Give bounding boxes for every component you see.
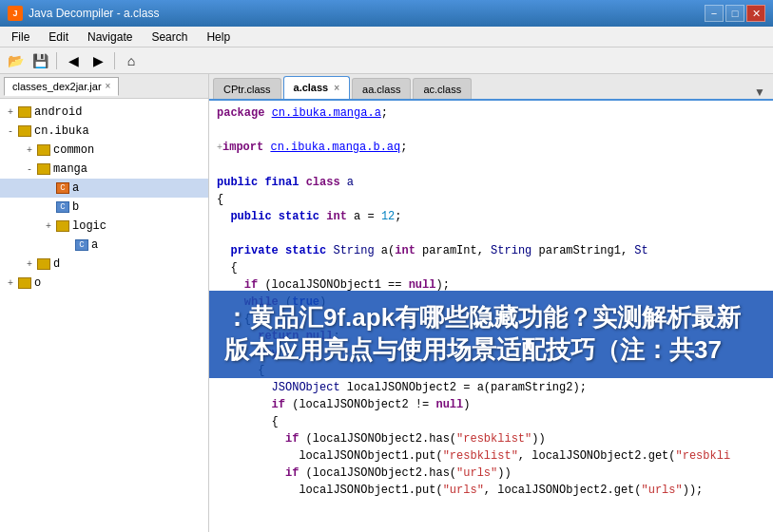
tree-label-d: d [53, 257, 60, 271]
toolbar: 📂 💾 ◀ ▶ ⌂ [0, 48, 773, 74]
expand-android[interactable]: + [4, 105, 17, 119]
code-area[interactable]: package cn.ibuka.manga.a; +import cn.ibu… [209, 101, 773, 532]
menu-bar: File Edit Navigate Search Help [0, 27, 773, 48]
main-container: classes_dex2jar.jar × + android - cn.ibu… [0, 74, 773, 532]
left-tab-bar: classes_dex2jar.jar × [0, 74, 208, 99]
tree-node-class-a[interactable]: C a [0, 179, 208, 198]
tab-a-close[interactable]: × [334, 83, 339, 93]
maximize-button[interactable]: □ [725, 5, 744, 22]
tree-node-cn[interactable]: - cn.ibuka [0, 122, 208, 141]
left-panel: classes_dex2jar.jar × + android - cn.ibu… [0, 74, 209, 532]
app-icon: J [8, 6, 23, 21]
pkg-icon-cn [17, 124, 32, 138]
open-button[interactable]: 📂 [4, 50, 27, 71]
toolbar-separator-2 [114, 52, 115, 69]
close-button[interactable]: ✕ [746, 5, 765, 22]
title-bar-controls: − □ ✕ [705, 5, 765, 22]
tree-node-d[interactable]: + d [0, 255, 208, 274]
save-button[interactable]: 💾 [29, 50, 51, 71]
pkg-icon-logic [55, 219, 70, 233]
tree-label-logic: logic [72, 219, 106, 233]
code-tabs: CPtr.class a.class × aa.class ac.class ▼ [209, 74, 773, 101]
tree-node-android[interactable]: + android [0, 103, 208, 122]
file-tree-tab-label: classes_dex2jar.jar [12, 81, 102, 92]
window-title: Java Decompiler - a.class [29, 7, 159, 20]
pkg-icon-android [17, 105, 32, 119]
forward-button[interactable]: ▶ [87, 50, 109, 71]
tree-label-logic-a: a [91, 238, 98, 252]
tree-node-common[interactable]: + common [0, 141, 208, 160]
tree-label-class-b: b [72, 200, 79, 214]
tree-node-manga[interactable]: - manga [0, 160, 208, 179]
title-bar-left: J Java Decompiler - a.class [8, 6, 159, 21]
pkg-icon-o [17, 276, 32, 290]
expand-logic-a [61, 238, 74, 252]
expand-manga[interactable]: - [23, 162, 36, 176]
pkg-icon-common [36, 143, 51, 157]
tab-ac[interactable]: ac.class [413, 78, 472, 99]
menu-edit[interactable]: Edit [41, 28, 76, 46]
overlay-text: ：黄品汇9f.apk有哪些隐藏功能？实测解析最新 版本应用亮点与使用场景适配技巧… [224, 302, 758, 367]
class-icon-a: C [55, 181, 70, 195]
expand-class-b [42, 200, 55, 214]
tab-ac-label: ac.class [423, 84, 461, 95]
back-button[interactable]: ◀ [62, 50, 85, 71]
tree-node-class-b[interactable]: C b [0, 198, 208, 217]
expand-o[interactable]: + [4, 276, 17, 290]
tab-aa[interactable]: aa.class [352, 78, 411, 99]
minimize-button[interactable]: − [705, 5, 724, 22]
title-bar: J Java Decompiler - a.class − □ ✕ [0, 0, 773, 27]
tree-label-common: common [53, 143, 94, 157]
expand-logic[interactable]: + [42, 219, 55, 233]
file-tree[interactable]: + android - cn.ibuka + common - manga [0, 99, 208, 532]
tree-label-cn: cn.ibuka [34, 124, 89, 138]
class-icon-b: C [55, 200, 70, 214]
expand-class-a [42, 181, 55, 195]
tab-aa-label: aa.class [362, 84, 400, 95]
tab-cptr[interactable]: CPtr.class [213, 78, 281, 99]
menu-help[interactable]: Help [199, 28, 238, 46]
expand-d[interactable]: + [23, 257, 36, 271]
tabs-scroll-right[interactable]: ▼ [750, 86, 769, 99]
file-tree-tab[interactable]: classes_dex2jar.jar × [4, 77, 119, 96]
expand-cn[interactable]: - [4, 124, 17, 138]
expand-common[interactable]: + [23, 143, 36, 157]
toolbar-separator [56, 52, 57, 69]
tab-a[interactable]: a.class × [283, 76, 351, 99]
tab-a-label: a.class [294, 82, 329, 93]
menu-search[interactable]: Search [144, 28, 195, 46]
tree-label-class-a: a [72, 181, 79, 195]
overlay-banner: ：黄品汇9f.apk有哪些隐藏功能？实测解析最新 版本应用亮点与使用场景适配技巧… [209, 291, 773, 378]
home-button[interactable]: ⌂ [120, 50, 143, 71]
pkg-icon-manga [36, 162, 51, 176]
tree-node-logic-a[interactable]: C a [0, 236, 208, 255]
right-panel: CPtr.class a.class × aa.class ac.class ▼… [209, 74, 773, 532]
file-tree-tab-close[interactable]: × [106, 81, 111, 91]
tree-label-manga: manga [53, 162, 87, 176]
pkg-icon-d [36, 257, 51, 271]
tree-label-android: android [34, 105, 82, 119]
class-icon-logic-a: C [74, 238, 89, 252]
menu-file[interactable]: File [4, 28, 37, 46]
tree-node-logic[interactable]: + logic [0, 217, 208, 236]
tab-cptr-label: CPtr.class [223, 84, 271, 95]
tree-node-o[interactable]: + o [0, 274, 208, 293]
menu-navigate[interactable]: Navigate [80, 28, 140, 46]
tree-label-o: o [34, 276, 41, 290]
